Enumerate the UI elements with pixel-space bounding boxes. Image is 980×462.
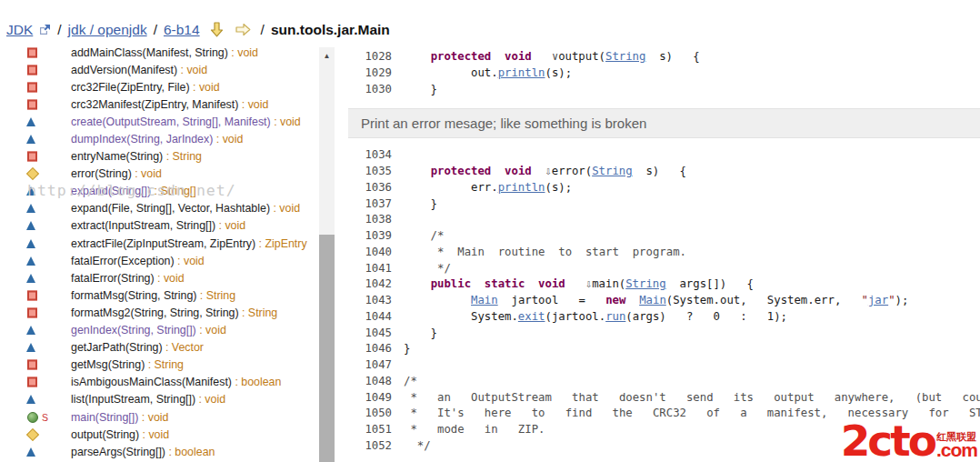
code-link[interactable]: println xyxy=(498,181,545,194)
method-label: extract(InputStream, String[]) : void xyxy=(71,219,245,232)
code-line: 1042 public static void ⇩main(String arg… xyxy=(348,276,980,293)
code-line: 1038 xyxy=(348,212,980,228)
breadcrumb-separator: / xyxy=(57,22,61,38)
code-link[interactable]: String xyxy=(605,50,645,63)
code-line: 1034 xyxy=(348,147,980,164)
line-number: 1043 xyxy=(348,293,392,309)
method-list-item[interactable]: crc32File(ZipEntry, File) : void xyxy=(0,78,319,95)
breadcrumb-link-jdk[interactable]: JDK xyxy=(6,22,33,38)
code-line: 1041 */ xyxy=(348,261,980,277)
private-method-icon xyxy=(27,290,37,300)
sidebar-scrollbar[interactable]: ▲ xyxy=(319,47,335,462)
package-method-icon xyxy=(26,167,39,180)
method-list-item[interactable]: expand(String[]) : String[] xyxy=(0,183,319,200)
code-text: } xyxy=(404,326,437,339)
code-keyword: new xyxy=(605,294,625,306)
line-number: 1038 xyxy=(348,212,392,228)
method-list-item[interactable]: error(String) : void xyxy=(0,166,319,183)
method-list-item[interactable]: getJarPath(String) : Vector xyxy=(0,339,319,357)
code-content: * Main routine to start program. xyxy=(404,245,686,261)
line-number: 1029 xyxy=(348,65,392,82)
breadcrumb-link-project[interactable]: jdk / openjdk xyxy=(68,22,147,38)
method-list-item[interactable]: addMainClass(Manifest, String) : void xyxy=(0,47,319,61)
code-text xyxy=(565,277,585,290)
code-text: err. xyxy=(404,181,498,194)
method-list-item[interactable]: entryName(String) : String xyxy=(0,148,319,166)
method-list-item[interactable]: isAmbigousMainClass(Manifest) : boolean xyxy=(0,374,319,391)
code-line: 1035 protected void ⇩error(String s) { xyxy=(348,164,980,180)
method-list-item[interactable]: expand(File, String[], Vector, Hashtable… xyxy=(0,200,319,217)
code-keyword: void xyxy=(538,277,565,290)
method-label: expand(File, String[], Vector, Hashtable… xyxy=(71,202,300,215)
method-list-item[interactable]: output(String) : void xyxy=(0,426,319,443)
method-label: dumpIndex(String, JarIndex) : void xyxy=(71,133,243,146)
line-number: 1041 xyxy=(348,261,392,277)
code-link[interactable]: Main xyxy=(639,294,666,306)
method-list-item[interactable]: Smain(String[]) : void xyxy=(0,408,319,426)
code-line: 1048/* xyxy=(348,374,980,390)
line-number: 1051 xyxy=(348,422,392,438)
external-link-icon[interactable] xyxy=(39,24,51,35)
method-list-item[interactable]: getMsg(String) : String xyxy=(0,357,319,374)
method-list-item[interactable]: create(OutputStream, String[], Manifest)… xyxy=(0,113,319,130)
code-link[interactable]: Main xyxy=(471,294,498,306)
protected-method-icon xyxy=(26,186,35,196)
code-content: } xyxy=(404,82,437,98)
method-list-item[interactable]: list(InputStream, String[]) : void xyxy=(0,391,319,408)
code-link[interactable]: println xyxy=(498,66,545,79)
method-list-item[interactable]: dumpIndex(String, JarIndex) : void xyxy=(0,130,319,147)
code-line: 1036 err.println(s); xyxy=(348,180,980,196)
code-string: " xyxy=(862,294,868,306)
protected-method-icon xyxy=(26,204,35,213)
line-number: 1044 xyxy=(348,309,392,326)
line-number: 1050 xyxy=(348,406,392,422)
method-list-item[interactable]: formatMsg(String, String) : String xyxy=(0,286,319,304)
code-string-link[interactable]: jar xyxy=(868,294,888,306)
breadcrumb-link-version[interactable]: 6-b14 xyxy=(164,22,200,38)
code-link[interactable]: run xyxy=(605,310,625,323)
code-text xyxy=(404,277,431,290)
method-list-item[interactable]: crc32Manifest(ZipEntry, Manifest) : void xyxy=(0,95,319,113)
code-text: (args) ? 0 : 1); xyxy=(625,310,787,323)
breadcrumb-separator: / xyxy=(154,22,157,38)
code-content: /* xyxy=(404,374,417,390)
code-text: s) { xyxy=(645,50,699,63)
method-list-item[interactable]: extract(InputStream, String[]) : void xyxy=(0,217,319,235)
scroll-up-button[interactable]: ▲ xyxy=(319,47,335,64)
private-method-icon xyxy=(27,82,37,92)
static-badge: S xyxy=(42,412,48,423)
method-list-item[interactable]: formatMsg2(String, String, String) : Str… xyxy=(0,304,319,321)
code-content: public static void ⇩main(String args[]) … xyxy=(404,276,754,293)
code-link[interactable]: String xyxy=(625,277,665,290)
scrollbar-thumb[interactable] xyxy=(319,235,335,462)
code-content: out.println(s); xyxy=(404,65,572,82)
code-line: 1040 * Main routine to start program. xyxy=(348,245,980,261)
version-down-arrow-icon[interactable] xyxy=(210,22,224,37)
method-list-item[interactable]: genIndex(String, String[]) : void xyxy=(0,322,319,339)
method-list-item[interactable]: extractFile(ZipInputStream, ZipEntry) : … xyxy=(0,235,319,252)
code-text xyxy=(404,50,431,63)
method-list-item[interactable]: parseArgs(String[]) : boolean xyxy=(0,443,319,460)
code-link[interactable]: String xyxy=(592,165,632,177)
method-list-item[interactable]: addVersion(Manifest) : void xyxy=(0,61,319,78)
code-line: 1046} xyxy=(348,341,980,357)
line-number: 1045 xyxy=(348,326,392,342)
method-list-item[interactable]: fatalError(String) : void xyxy=(0,269,319,286)
line-number: 1052 xyxy=(348,438,392,455)
method-label: parseArgs(String[]) : boolean xyxy=(71,446,215,458)
method-list-item[interactable]: fatalError(Exception) : void xyxy=(0,252,319,269)
private-method-icon xyxy=(27,377,37,387)
code-text xyxy=(491,50,505,63)
code-content: */ xyxy=(404,261,451,277)
code-text xyxy=(404,294,471,306)
line-number: 1034 xyxy=(348,147,392,164)
method-label: create(OutputStream, String[], Manifest)… xyxy=(71,116,301,128)
line-number: 1035 xyxy=(348,164,392,180)
code-link[interactable]: exit xyxy=(518,310,545,323)
breadcrumb: JDK / jdk / openjdk / 6-b14 / sun.tools.… xyxy=(0,0,980,47)
version-next-arrow-icon[interactable] xyxy=(235,23,251,36)
method-label: fatalError(Exception) : void xyxy=(71,255,205,267)
method-label: main(String[]) : void xyxy=(71,411,168,424)
code-comment: */ xyxy=(404,439,431,452)
code-line: 1028 protected void ∨output(String s) { xyxy=(348,49,980,65)
